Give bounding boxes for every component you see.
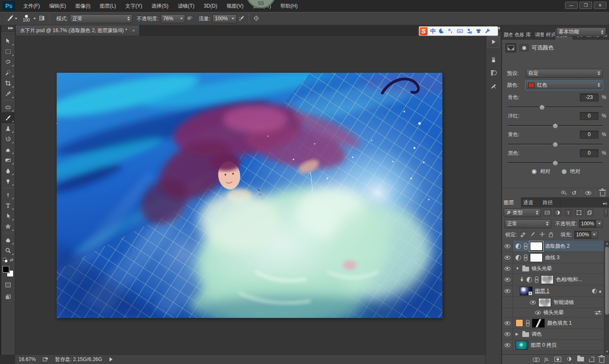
menu-item-6[interactable]: 滤镜(T) [173,0,199,12]
menu-item-8[interactable]: 视图(V) [222,0,248,12]
layer-mask-thumbnail[interactable] [530,253,543,262]
slider-thumb[interactable] [553,123,558,128]
history-panel-button[interactable] [487,67,500,79]
layers-menu-icon[interactable]: ▾≡ [603,201,609,208]
dodge-tool[interactable] [2,176,14,186]
layer-visibility-toggle[interactable] [505,289,510,293]
zoom-level-field[interactable]: 16.67% [19,356,42,362]
mask-link-icon[interactable] [535,276,538,282]
toggle-brush-panel-button[interactable] [37,14,47,24]
airbrush-button[interactable] [237,14,246,24]
default-colors-icon[interactable] [3,257,8,264]
new-layer-icon[interactable] [589,357,594,362]
add-mask-icon[interactable] [554,357,561,362]
radio-absolute[interactable]: 绝对 [561,168,580,175]
menu-item-10[interactable]: 帮助(H) [276,0,302,12]
new-adjustment-icon[interactable] [566,356,572,363]
type-filter-icon[interactable]: T [564,209,573,216]
marquee-tool[interactable] [2,46,14,57]
brush-panel-button[interactable] [487,54,500,66]
layer-row-body[interactable]: 图层 0 拷贝 [513,339,604,350]
slider-thumb[interactable] [540,105,545,109]
layer-visibility-toggle[interactable] [505,278,510,282]
layer-row[interactable]: 选取颜色 2 [502,241,604,252]
fill-color-swatch[interactable] [516,319,523,327]
layer-opacity-value[interactable]: 100% [579,220,596,228]
layer-row[interactable]: ▼镜头光晕 [502,263,604,274]
menu-item-4[interactable]: 文字(Y) [121,0,147,12]
layer-row[interactable]: 图层 0 拷贝 [502,339,604,351]
menu-item-3[interactable]: 图层(L) [95,0,121,12]
layer-row[interactable]: 图层 1▴ [502,285,604,297]
layer-style-icon[interactable]: fx. [544,356,549,363]
tab-layers[interactable]: 图层 [502,197,521,208]
document-tab[interactable]: 水下片.psd @ 16.7% (选取颜色 2, 图层蒙版/8) * × [15,25,140,36]
user-badge-icon[interactable]: 20 [466,28,472,34]
filter-visibility-toggle[interactable] [535,311,541,315]
layer-row-body[interactable]: 颜色填充 1 [513,317,604,328]
slider-track[interactable] [508,162,603,167]
layer-mask-thumbnail[interactable] [538,298,551,307]
layer-fill-value[interactable]: 100% [574,231,591,239]
punctuation-icon[interactable] [447,28,454,34]
reset-icon[interactable]: ↺ [571,190,576,195]
menu-item-5[interactable]: 选择(S) [147,0,173,12]
layer-visibility-toggle[interactable] [505,321,510,325]
visibility-icon[interactable] [585,191,591,195]
mask-link-icon[interactable] [526,320,529,326]
brush-preset-picker[interactable] [5,14,19,24]
shape-filter-icon[interactable] [575,209,583,216]
menu-item-2[interactable]: 图像(I) [71,0,95,12]
layer-row[interactable]: ▶调色 [502,329,604,339]
photo-document[interactable] [57,73,442,318]
foreground-color-swatch[interactable] [3,266,9,273]
layer-row-body[interactable]: 选取颜色 2 [513,241,604,252]
eraser-tool[interactable] [2,144,14,155]
close-button[interactable]: ✕ [594,2,606,9]
layer-mask-thumbnail[interactable] [541,275,554,284]
layer-mask-thumbnail[interactable] [532,319,545,328]
clone-source-panel-button[interactable] [487,80,500,92]
new-group-icon[interactable] [577,356,584,363]
delete-icon[interactable] [600,192,605,196]
smart-object-filter-icon[interactable] [585,209,594,216]
adjustment-properties-button[interactable] [519,44,529,52]
brush-size-widget[interactable]: 100 [19,14,37,24]
sogou-logo[interactable]: S [420,27,428,35]
scrollbar-thumb[interactable] [605,247,609,315]
mask-link-icon[interactable] [524,243,527,249]
layer-row-body[interactable]: 色相/饱和... [513,274,604,285]
collapse-tools-icon[interactable]: ▶▶ [1,25,15,32]
lasso-tool[interactable] [2,57,14,67]
blend-mode-select[interactable]: 正常 [70,14,132,23]
options-grip[interactable] [1,14,3,23]
view-previous-state-icon[interactable] [560,189,567,197]
tablet-opacity-button[interactable] [185,14,195,24]
menu-item-7[interactable]: 3D(D) [199,0,222,12]
mask-properties-button[interactable] [505,43,516,52]
layer-row-body[interactable]: 图层 1▴ [513,285,604,296]
zoom-tool[interactable] [2,245,14,256]
layer-row[interactable]: 颜色填充 1 [502,317,604,329]
gradient-tool[interactable] [2,155,14,165]
canvas-area[interactable] [15,36,486,354]
minimize-button[interactable]: — [565,2,578,9]
group-expand-icon[interactable]: ▶ [516,332,520,336]
restore-button[interactable]: ❐ [579,2,592,9]
tab-panel-1[interactable]: 色板 [513,30,524,40]
color-select[interactable]: 红色 [526,81,603,90]
clone-stamp-tool[interactable] [2,123,14,134]
workspace-switcher[interactable]: 基本功能 [556,27,606,36]
crop-tool[interactable] [2,78,14,88]
layer-row-body[interactable]: 智能滤镜 [513,297,604,308]
layer-filter-select[interactable]: 🔎︎ 类型 [504,208,541,217]
link-layers-icon[interactable] [533,358,539,361]
menu-item-1[interactable]: 编辑(E) [44,0,71,12]
filter-blend-options-icon[interactable] [595,311,601,315]
preset-select[interactable]: 自定 [526,69,603,78]
lock-transparent-icon[interactable] [520,232,526,238]
tab-panel-4[interactable]: 样式 [544,30,555,40]
hand-tool[interactable] [2,235,14,245]
slider-value-field[interactable]: 0 [580,112,598,120]
delete-layer-icon[interactable] [599,358,604,363]
